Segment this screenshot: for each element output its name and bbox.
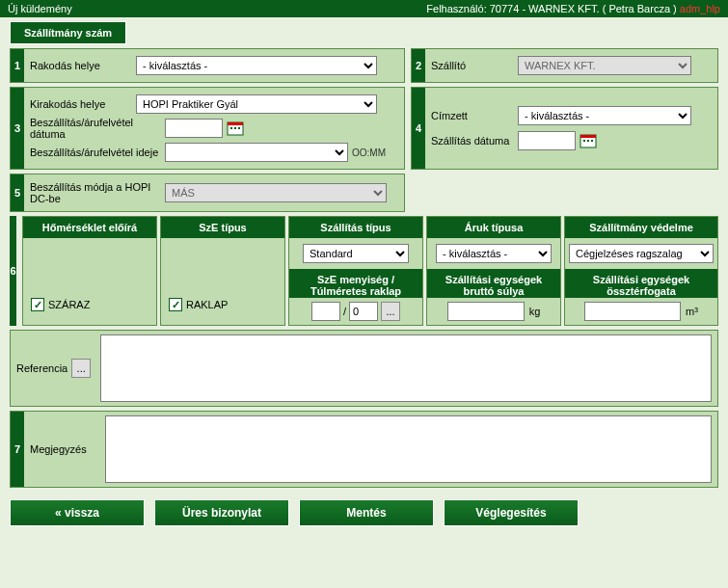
unload-place-label: Kirakodás helye: [30, 98, 136, 110]
col-temperature: Hőmérséklet előírá SZÁRAZ: [22, 216, 157, 326]
goods-type-head: Áruk típusa: [427, 217, 560, 238]
checkbox-icon: [31, 298, 44, 311]
protection-select[interactable]: Cégjelzéses ragszalag: [569, 244, 714, 263]
dry-checkbox[interactable]: SZÁRAZ: [31, 298, 90, 311]
col-sze-type: SzE típus RAKLAP: [160, 216, 285, 326]
protection-head: Szállítmány védelme: [565, 217, 717, 238]
panel-reference: Referencia ...: [10, 330, 718, 407]
pallet-checkbox[interactable]: RAKLAP: [169, 298, 228, 311]
ship-date-label: Szállítás dátuma: [431, 135, 518, 147]
panel-delivery-mode: 5 Beszállítás módja a HOPI DC-be MÁS: [10, 174, 405, 212]
loading-place-label: Rakodás helye: [30, 60, 136, 71]
panel-number-1: 1: [11, 49, 24, 82]
page-title: Új küldemény: [8, 3, 72, 14]
volume-unit: m³: [686, 306, 698, 317]
panel-comment: 7 Megjegyzés: [10, 411, 718, 488]
weight-unit: kg: [529, 306, 541, 317]
header-bar: Új küldemény Felhasználó: 70774 - WARNEX…: [0, 0, 728, 17]
panel-loading-place: 1 Rakodás helye - kiválasztás -: [10, 48, 405, 83]
save-button[interactable]: Mentés: [299, 499, 434, 526]
ship-type-select[interactable]: Standard: [303, 244, 409, 263]
goods-type-select[interactable]: - kiválasztás -: [436, 244, 552, 263]
pallet-label: RAKLAP: [186, 299, 228, 310]
gross-weight-head: Szállítási egységek bruttó súlya: [427, 269, 560, 298]
panel-number-2: 2: [412, 49, 425, 82]
svg-rect-6: [580, 135, 596, 138]
delivery-mode-select[interactable]: MÁS: [165, 183, 387, 202]
col-goods-type: Áruk típusa - kiválasztás - Szállítási e…: [426, 216, 561, 326]
svg-rect-1: [228, 122, 243, 125]
checkbox-icon: [169, 298, 182, 311]
dry-label: SZÁRAZ: [48, 299, 90, 310]
gross-weight-input[interactable]: [447, 302, 525, 321]
svg-rect-8: [587, 140, 589, 142]
svg-rect-7: [583, 140, 585, 142]
recipient-label: Címzett: [431, 110, 518, 121]
temperature-head: Hőmérséklet előírá: [23, 217, 156, 238]
user-info: Felhasználó: 70774 - WARNEX KFT. ( Petra…: [426, 3, 720, 14]
volume-head: Szállítási egységek össztérfogata: [565, 269, 717, 298]
panel-unloading: 3 Kirakodás helye HOPI Praktiker Gyál Be…: [10, 87, 405, 170]
svg-rect-9: [591, 140, 593, 142]
panel-carrier: 2 Szállító WARNEX KFT.: [411, 48, 718, 83]
loading-place-select[interactable]: - kiválasztás -: [136, 56, 377, 75]
svg-rect-3: [234, 127, 236, 129]
blank-form-button[interactable]: Üres bizonylat: [154, 499, 289, 526]
shipment-number-tab[interactable]: Szállítmány szám: [10, 21, 126, 44]
panel-number-3: 3: [11, 88, 24, 169]
user-role: adm_hlp: [680, 3, 720, 14]
volume-input[interactable]: [584, 302, 681, 321]
delivery-mode-label: Beszállítás módja a HOPI DC-be: [30, 181, 165, 204]
panel-number-7: 7: [11, 412, 24, 487]
panel-number-5: 5: [11, 174, 24, 211]
reference-textarea[interactable]: [100, 334, 712, 402]
reference-more-button[interactable]: ...: [71, 359, 91, 378]
panel-recipient: 4 Címzett - kiválasztás - Szállítás dátu…: [411, 87, 718, 170]
ship-date-input[interactable]: [518, 131, 576, 150]
calendar-icon[interactable]: [580, 132, 597, 149]
back-button[interactable]: « vissza: [10, 499, 145, 526]
sze-qty-head: SzE menyiség / Túlméretes raklap: [289, 269, 422, 298]
recipient-select[interactable]: - kiválasztás -: [518, 106, 691, 125]
sze-qty-more-button[interactable]: ...: [381, 302, 400, 321]
comment-label: Megjegyzés: [30, 443, 97, 455]
delivery-date-label: Beszállítás/árufelvétel dátuma: [30, 117, 165, 140]
delivery-time-select[interactable]: [165, 143, 348, 162]
panel-number-6: 6: [10, 216, 16, 326]
delivery-time-label: Beszállítás/árufelvétel ideje: [30, 147, 165, 158]
col-protection: Szállítmány védelme Cégjelzéses ragszala…: [564, 216, 718, 326]
unload-place-select[interactable]: HOPI Praktiker Gyál: [136, 94, 377, 114]
panel-number-4: 4: [412, 88, 425, 169]
delivery-date-input[interactable]: [165, 119, 223, 138]
carrier-label: Szállító: [431, 60, 518, 71]
calendar-icon[interactable]: [227, 120, 244, 137]
sze-qty-1-input[interactable]: [311, 302, 340, 321]
svg-rect-4: [238, 127, 240, 129]
sze-type-head: SzE típus: [161, 217, 284, 238]
finalize-button[interactable]: Véglegesítés: [444, 499, 579, 526]
sze-qty-2-input[interactable]: [349, 302, 378, 321]
footer: « vissza Üres bizonylat Mentés Véglegesí…: [0, 492, 728, 536]
col-ship-type: Szállítás típus Standard SzE menyiség / …: [288, 216, 423, 326]
comment-textarea[interactable]: [105, 415, 712, 483]
svg-rect-2: [230, 127, 232, 129]
carrier-select[interactable]: WARNEX KFT.: [518, 56, 691, 75]
ship-type-head: Szállítás típus: [289, 217, 422, 238]
reference-label: Referencia: [16, 362, 67, 374]
time-format-hint: OO:MM: [352, 147, 386, 158]
toolbar: Szállítmány szám: [10, 21, 728, 44]
